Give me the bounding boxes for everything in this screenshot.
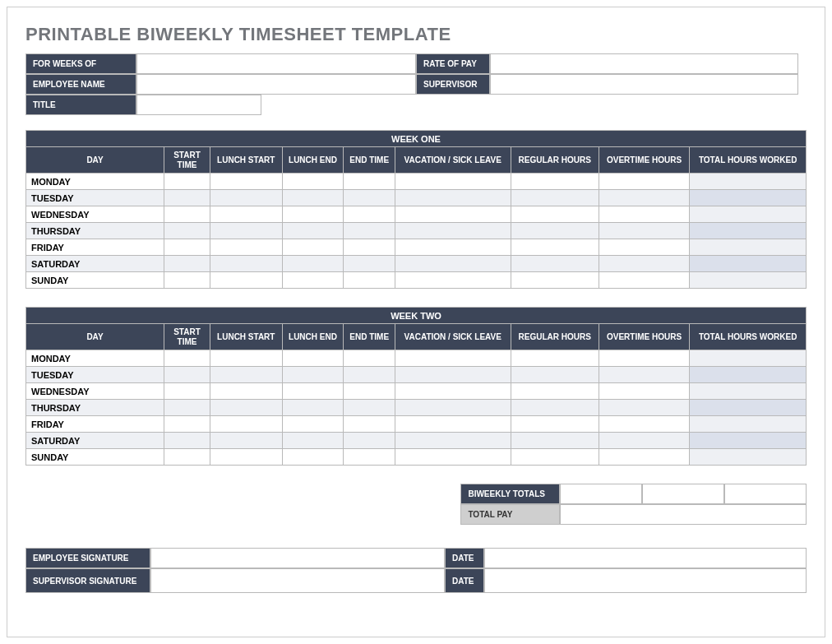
regular-hours-cell[interactable] xyxy=(511,239,599,256)
end-time-cell[interactable] xyxy=(344,433,395,449)
total-hours-cell[interactable] xyxy=(690,449,807,466)
end-time-cell[interactable] xyxy=(344,239,395,256)
vacation-sick-cell[interactable] xyxy=(395,433,511,449)
total-hours-cell[interactable] xyxy=(690,433,807,449)
regular-hours-cell[interactable] xyxy=(511,272,599,289)
overtime-hours-cell[interactable] xyxy=(599,174,689,190)
biweekly-overtime-hours[interactable] xyxy=(642,484,724,504)
overtime-hours-cell[interactable] xyxy=(599,350,689,367)
lunch-start-cell[interactable] xyxy=(210,190,283,206)
end-time-cell[interactable] xyxy=(344,272,395,289)
end-time-cell[interactable] xyxy=(344,367,395,383)
overtime-hours-cell[interactable] xyxy=(599,239,689,256)
end-time-cell[interactable] xyxy=(344,449,395,466)
start-time-cell[interactable] xyxy=(164,400,210,416)
lunch-start-cell[interactable] xyxy=(210,223,283,239)
supervisor-signature-value[interactable] xyxy=(150,568,445,593)
employee-date-value[interactable] xyxy=(484,548,807,568)
vacation-sick-cell[interactable] xyxy=(395,383,511,400)
overtime-hours-cell[interactable] xyxy=(599,383,689,400)
vacation-sick-cell[interactable] xyxy=(395,206,511,223)
regular-hours-cell[interactable] xyxy=(511,190,599,206)
overtime-hours-cell[interactable] xyxy=(599,416,689,433)
end-time-cell[interactable] xyxy=(344,256,395,272)
for-weeks-of-value[interactable] xyxy=(136,53,416,74)
vacation-sick-cell[interactable] xyxy=(395,367,511,383)
end-time-cell[interactable] xyxy=(344,223,395,239)
lunch-start-cell[interactable] xyxy=(210,400,283,416)
lunch-end-cell[interactable] xyxy=(282,239,344,256)
start-time-cell[interactable] xyxy=(164,449,210,466)
lunch-end-cell[interactable] xyxy=(282,256,344,272)
vacation-sick-cell[interactable] xyxy=(395,174,511,190)
regular-hours-cell[interactable] xyxy=(511,400,599,416)
regular-hours-cell[interactable] xyxy=(511,174,599,190)
lunch-start-cell[interactable] xyxy=(210,367,283,383)
supervisor-value[interactable] xyxy=(490,74,798,95)
overtime-hours-cell[interactable] xyxy=(599,449,689,466)
regular-hours-cell[interactable] xyxy=(511,383,599,400)
start-time-cell[interactable] xyxy=(164,223,210,239)
overtime-hours-cell[interactable] xyxy=(599,190,689,206)
start-time-cell[interactable] xyxy=(164,239,210,256)
regular-hours-cell[interactable] xyxy=(511,223,599,239)
end-time-cell[interactable] xyxy=(344,206,395,223)
lunch-start-cell[interactable] xyxy=(210,449,283,466)
vacation-sick-cell[interactable] xyxy=(395,239,511,256)
lunch-end-cell[interactable] xyxy=(282,433,344,449)
regular-hours-cell[interactable] xyxy=(511,433,599,449)
total-hours-cell[interactable] xyxy=(690,174,807,190)
start-time-cell[interactable] xyxy=(164,367,210,383)
biweekly-regular-hours[interactable] xyxy=(560,484,642,504)
lunch-end-cell[interactable] xyxy=(282,416,344,433)
overtime-hours-cell[interactable] xyxy=(599,367,689,383)
lunch-end-cell[interactable] xyxy=(282,383,344,400)
end-time-cell[interactable] xyxy=(344,190,395,206)
total-hours-cell[interactable] xyxy=(690,190,807,206)
lunch-start-cell[interactable] xyxy=(210,174,283,190)
end-time-cell[interactable] xyxy=(344,383,395,400)
regular-hours-cell[interactable] xyxy=(511,206,599,223)
start-time-cell[interactable] xyxy=(164,383,210,400)
lunch-start-cell[interactable] xyxy=(210,350,283,367)
overtime-hours-cell[interactable] xyxy=(599,256,689,272)
lunch-end-cell[interactable] xyxy=(282,272,344,289)
lunch-start-cell[interactable] xyxy=(210,272,283,289)
title-value[interactable] xyxy=(136,95,261,115)
start-time-cell[interactable] xyxy=(164,174,210,190)
vacation-sick-cell[interactable] xyxy=(395,416,511,433)
lunch-start-cell[interactable] xyxy=(210,416,283,433)
overtime-hours-cell[interactable] xyxy=(599,400,689,416)
start-time-cell[interactable] xyxy=(164,416,210,433)
end-time-cell[interactable] xyxy=(344,400,395,416)
lunch-end-cell[interactable] xyxy=(282,174,344,190)
start-time-cell[interactable] xyxy=(164,206,210,223)
total-hours-cell[interactable] xyxy=(690,350,807,367)
vacation-sick-cell[interactable] xyxy=(395,256,511,272)
overtime-hours-cell[interactable] xyxy=(599,272,689,289)
overtime-hours-cell[interactable] xyxy=(599,433,689,449)
regular-hours-cell[interactable] xyxy=(511,256,599,272)
regular-hours-cell[interactable] xyxy=(511,416,599,433)
start-time-cell[interactable] xyxy=(164,190,210,206)
total-hours-cell[interactable] xyxy=(690,206,807,223)
start-time-cell[interactable] xyxy=(164,272,210,289)
end-time-cell[interactable] xyxy=(344,416,395,433)
total-hours-cell[interactable] xyxy=(690,239,807,256)
vacation-sick-cell[interactable] xyxy=(395,272,511,289)
total-hours-cell[interactable] xyxy=(690,256,807,272)
employee-name-value[interactable] xyxy=(136,74,416,95)
lunch-start-cell[interactable] xyxy=(210,256,283,272)
total-hours-cell[interactable] xyxy=(690,416,807,433)
total-hours-cell[interactable] xyxy=(690,223,807,239)
overtime-hours-cell[interactable] xyxy=(599,206,689,223)
lunch-start-cell[interactable] xyxy=(210,239,283,256)
lunch-end-cell[interactable] xyxy=(282,350,344,367)
biweekly-total-hours[interactable] xyxy=(724,484,807,504)
end-time-cell[interactable] xyxy=(344,174,395,190)
vacation-sick-cell[interactable] xyxy=(395,449,511,466)
lunch-end-cell[interactable] xyxy=(282,206,344,223)
lunch-start-cell[interactable] xyxy=(210,433,283,449)
lunch-end-cell[interactable] xyxy=(282,190,344,206)
start-time-cell[interactable] xyxy=(164,433,210,449)
